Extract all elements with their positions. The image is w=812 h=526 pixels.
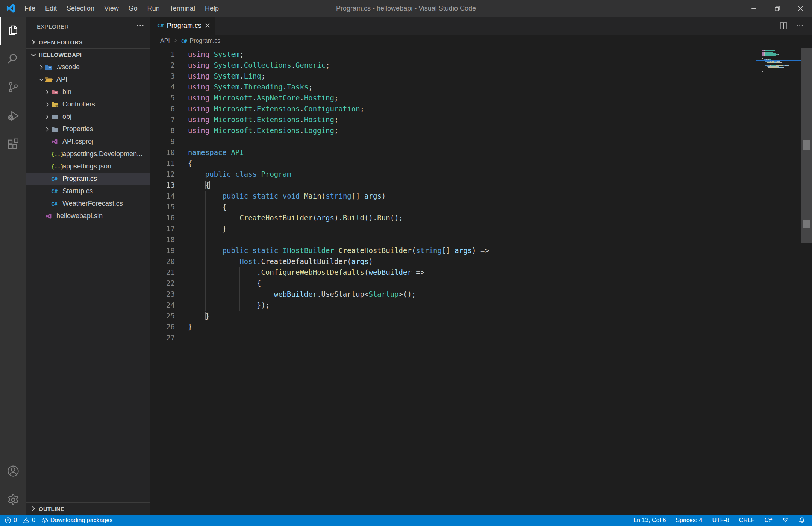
status-eol[interactable]: CRLF (739, 517, 755, 524)
code-line-14[interactable]: 14public static void Main(string[] args) (150, 191, 756, 202)
section-outline[interactable]: OUTLINE (26, 502, 150, 515)
tree-item-api[interactable]: API (26, 73, 150, 86)
folder-bin-icon (51, 89, 59, 95)
activity-explorer[interactable] (0, 17, 26, 45)
status-errors[interactable]: 0 (5, 517, 17, 524)
activity-run-debug[interactable] (0, 102, 26, 131)
tree-item-obj[interactable]: obj (26, 111, 150, 123)
more-actions-icon[interactable] (796, 22, 804, 30)
menu-file[interactable]: File (20, 0, 40, 17)
menu-help[interactable]: Help (200, 0, 224, 17)
explorer-more-actions-button[interactable] (136, 21, 144, 31)
menu-terminal[interactable]: Terminal (165, 0, 200, 17)
activity-source-control[interactable] (0, 74, 26, 102)
code-line-11[interactable]: 11{ (150, 158, 756, 169)
csharp-file-icon: C# (181, 38, 187, 44)
code-editor[interactable]: 1using System;2using System.Collections.… (150, 47, 812, 515)
status-cursor-position[interactable]: Ln 13, Col 6 (633, 517, 666, 524)
status-warnings[interactable]: 0 (23, 517, 35, 524)
code-line-22[interactable]: 22{ (150, 278, 756, 289)
status-encoding[interactable]: UTF-8 (712, 517, 729, 524)
code-line-8[interactable]: 8using Microsoft.Extensions.Logging; (150, 125, 756, 136)
code-line-9[interactable]: 9 (150, 136, 756, 147)
code-line-18[interactable]: 18 (150, 234, 756, 245)
tree-item-controllers[interactable]: Controllers (26, 98, 150, 111)
line-number: 12 (150, 169, 175, 180)
minimize-button[interactable] (742, 0, 765, 17)
menu-view[interactable]: View (99, 0, 124, 17)
code-line-10[interactable]: 10namespace API (150, 147, 756, 158)
breadcrumb-file[interactable]: Program.cs (189, 38, 220, 44)
line-number: 7 (150, 114, 175, 125)
folder-api-open-icon (45, 76, 53, 83)
menu-selection[interactable]: Selection (62, 0, 99, 17)
line-number: 1 (150, 49, 175, 60)
code-line-7[interactable]: 7using Microsoft.Extensions.Hosting; (150, 114, 756, 125)
code-line-26[interactable]: 26} (150, 321, 756, 332)
code-line-24[interactable]: 24}); (150, 300, 756, 311)
restore-button[interactable] (765, 0, 789, 17)
code-line-13[interactable]: 13{ (150, 180, 756, 191)
status-notifications[interactable] (798, 517, 805, 524)
sidebar-header: EXPLORER (26, 17, 150, 36)
tree-item-weatherforecast-cs[interactable]: C#WeatherForecast.cs (26, 197, 150, 210)
tree-item-label: .vscode (56, 63, 80, 71)
activity-account[interactable] (0, 458, 26, 486)
section-label: OPEN EDITORS (39, 39, 83, 45)
code-line-17[interactable]: 17} (150, 223, 756, 234)
menu-edit[interactable]: Edit (40, 0, 62, 17)
close-button[interactable] (789, 0, 812, 17)
minimize-icon (751, 6, 757, 11)
code-line-27[interactable]: 27 (150, 332, 756, 343)
activity-search[interactable] (0, 45, 26, 74)
code-line-23[interactable]: 23webBuilder.UseStartup<Startup>(); (150, 289, 756, 300)
tree-item-hellowebapi-sln[interactable]: hellowebapi.sln (26, 210, 150, 222)
file-tree: .vscodeAPIbinControllersobjPropertiesAPI… (26, 61, 150, 222)
tab-close-icon[interactable] (205, 23, 210, 28)
code-line-6[interactable]: 6using Microsoft.Extensions.Configuratio… (150, 103, 756, 114)
code-line-3[interactable]: 3using System.Linq; (150, 71, 756, 82)
tree-item-api-csproj[interactable]: API.csproj (26, 135, 150, 148)
activity-settings[interactable] (0, 486, 26, 515)
code-line-16[interactable]: 16CreateHostBuilder(args).Build().Run(); (150, 212, 756, 223)
section-hellowebapi[interactable]: HELLOWEBAPI (26, 49, 150, 61)
json-icon: {..} (51, 163, 59, 170)
status-indentation[interactable]: Spaces: 4 (676, 517, 702, 524)
window-controls (742, 0, 812, 17)
status-sync-status[interactable]: Downloading packages (41, 517, 112, 524)
line-number: 3 (150, 71, 175, 82)
tree-item-program-cs[interactable]: C#Program.cs (26, 173, 150, 185)
code-line-5[interactable]: 5using Microsoft.AspNetCore.Hosting; (150, 92, 756, 103)
code-line-2[interactable]: 2using System.Collections.Generic; (150, 60, 756, 71)
chevron-right-icon (29, 38, 38, 46)
tab-program-cs[interactable]: C# Program.cs (150, 17, 215, 35)
section-open-editors[interactable]: OPEN EDITORS (26, 36, 150, 49)
status-feedback[interactable] (782, 517, 789, 524)
code-line-21[interactable]: 21.ConfigureWebHostDefaults(webBuilder =… (150, 267, 756, 278)
tree-item-startup-cs[interactable]: C#Startup.cs (26, 185, 150, 197)
tree-item-appsettings-developmen-[interactable]: {..}appsettings.Developmen... (26, 148, 150, 160)
editor-scrollbar[interactable] (801, 47, 812, 515)
split-editor-icon[interactable] (780, 22, 788, 30)
tree-item-properties[interactable]: Properties (26, 123, 150, 135)
code-line-15[interactable]: 15{ (150, 202, 756, 212)
tree-item--vscode[interactable]: .vscode (26, 61, 150, 73)
menu-run[interactable]: Run (142, 0, 165, 17)
tree-item-appsettings-json[interactable]: {..}appsettings.json (26, 160, 150, 173)
code-line-19[interactable]: 19public static IHostBuilder CreateHostB… (150, 245, 756, 256)
breadcrumb-folder[interactable]: API (160, 38, 170, 44)
code-line-12[interactable]: 12public class Program (150, 169, 756, 180)
minimap[interactable] (756, 48, 801, 515)
chevron-down-icon (38, 76, 45, 83)
vs-project-icon (45, 213, 53, 220)
error-icon (5, 517, 11, 524)
menu-go[interactable]: Go (124, 0, 142, 17)
code-line-1[interactable]: 1using System; (150, 49, 756, 60)
run-debug-icon (6, 109, 20, 124)
code-line-4[interactable]: 4using System.Threading.Tasks; (150, 82, 756, 92)
status-language-mode[interactable]: C# (765, 517, 772, 524)
activity-extensions[interactable] (0, 131, 26, 159)
tree-item-bin[interactable]: bin (26, 86, 150, 98)
code-line-25[interactable]: 25} (150, 311, 756, 321)
code-line-20[interactable]: 20Host.CreateDefaultBuilder(args) (150, 256, 756, 267)
